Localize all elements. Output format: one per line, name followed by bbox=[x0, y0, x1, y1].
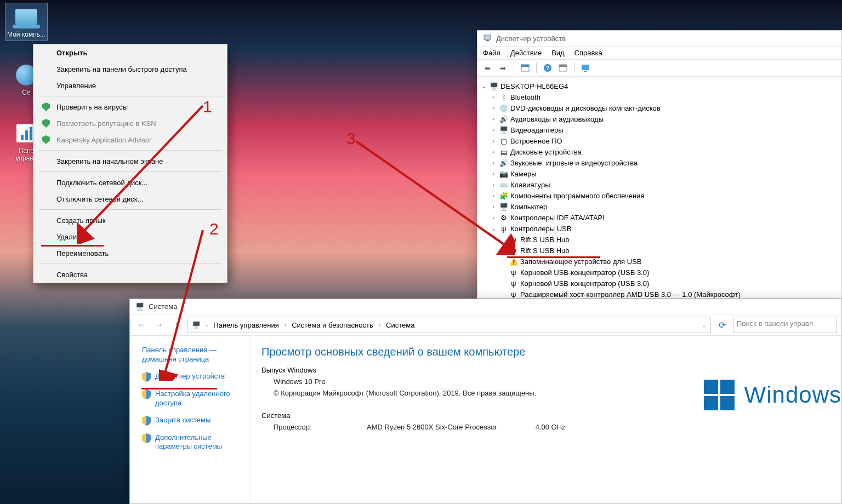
menu-help[interactable]: Справка bbox=[574, 49, 602, 57]
menu-action[interactable]: Действие bbox=[510, 49, 542, 57]
ctx-ksn[interactable]: Посмотреть репутацию в KSN bbox=[33, 115, 227, 131]
ctx-label: Проверить на вирусы bbox=[56, 103, 128, 111]
breadcrumb[interactable]: 🖥️ › Панель управления › Система и безоп… bbox=[187, 317, 711, 333]
shield-icon bbox=[41, 102, 51, 112]
context-menu: Открыть Закрепить на панели быстрого дос… bbox=[33, 44, 227, 283]
edition-value: Windows 10 Pro bbox=[274, 377, 326, 386]
desktop-icon-label: Мой компь... bbox=[7, 31, 45, 38]
toolbar-btn-help[interactable]: ? bbox=[541, 62, 554, 74]
crumb-cp[interactable]: Панель управления bbox=[213, 321, 278, 329]
tree-label: Rift S USB Hub bbox=[520, 236, 570, 244]
tree-cat-bluetooth[interactable]: ›ᛒBluetooth bbox=[480, 91, 839, 102]
ctx-pin-start[interactable]: Закрепить на начальном экране bbox=[33, 153, 227, 169]
chevron-down-icon[interactable]: ⌄ bbox=[702, 322, 706, 328]
tree-cat-ide[interactable]: ›⚙Контроллеры IDE ATA/ATAPI bbox=[480, 212, 839, 223]
svg-rect-9 bbox=[584, 71, 587, 72]
sidebar-label: Защита системы bbox=[155, 416, 210, 425]
windows-logo: Windows bbox=[704, 380, 841, 410]
up-button[interactable]: ↑ bbox=[169, 318, 184, 332]
ctx-map-drive[interactable]: Подключить сетевой диск... bbox=[33, 174, 227, 191]
system-window: 🖥️ Система ← → ↑ 🖥️ › Панель управления … bbox=[129, 299, 842, 504]
tree-label: Компоненты программного обеспечения bbox=[510, 192, 644, 200]
tree-item-rift1[interactable]: ψRift S USB Hub bbox=[480, 234, 839, 245]
tree-item-root1[interactable]: ψКорневой USB-концентратор (USB 3.0) bbox=[480, 267, 839, 278]
tree-label: Rift S USB Hub bbox=[520, 247, 570, 255]
shield-icon bbox=[142, 390, 151, 399]
ctx-properties[interactable]: Свойства bbox=[33, 266, 227, 283]
chevron-right-icon: › bbox=[285, 322, 286, 328]
tree-label: Корневой USB-концентратор (USB 3.0) bbox=[520, 279, 649, 288]
tree-label: Аудиовходы и аудиовыходы bbox=[510, 115, 604, 123]
usb-device-icon: ψ bbox=[509, 268, 518, 277]
keyboard-icon: ⌨️ bbox=[499, 180, 508, 189]
system-icon: 🖥️ bbox=[192, 321, 201, 329]
tree-item-root2[interactable]: ψКорневой USB-концентратор (USB 3.0) bbox=[480, 278, 839, 289]
tree-cat-audio-io[interactable]: ›🔊Аудиовходы и аудиовыходы bbox=[480, 113, 839, 124]
sidebar-remote[interactable]: Настройка удаленного доступа bbox=[142, 390, 240, 408]
desktop-icon-my-computer[interactable]: Мой компь... bbox=[5, 3, 47, 41]
refresh-button[interactable]: ⟳ bbox=[714, 317, 730, 333]
window-title: Диспетчер устройств bbox=[496, 35, 566, 43]
menu-view[interactable]: Вид bbox=[551, 49, 565, 57]
toolbar-btn-panes[interactable] bbox=[519, 62, 532, 74]
annotation-underline bbox=[141, 388, 217, 390]
sidebar-protect[interactable]: Защита системы bbox=[142, 416, 240, 426]
ctx-label: Открыть bbox=[56, 49, 87, 57]
usb-device-icon: ψ bbox=[509, 279, 518, 288]
ctx-pin-quick[interactable]: Закрепить на панели быстрого доступа bbox=[33, 61, 227, 77]
tree-label: Камеры bbox=[510, 170, 537, 178]
chevron-right-icon: › bbox=[206, 322, 208, 328]
sidebar-advanced[interactable]: Дополнительные параметры системы bbox=[142, 433, 240, 452]
tree-cat-dvd[interactable]: ›💿DVD-дисководы и дисководы компакт-диск… bbox=[480, 102, 839, 113]
crumb-sec[interactable]: Система и безопасность bbox=[292, 321, 373, 329]
tree-cat-softcomp[interactable]: ›🧩Компоненты программного обеспечения bbox=[480, 190, 839, 201]
search-input[interactable]: Поиск в панели управл bbox=[733, 317, 837, 333]
sidebar-home-link[interactable]: Панель управления — домашняя страница bbox=[142, 346, 240, 364]
forward-button[interactable]: → bbox=[152, 318, 166, 332]
tree-label: Bluetooth bbox=[510, 93, 541, 101]
ctx-manage[interactable]: Управление bbox=[33, 77, 227, 94]
tree-cat-usb[interactable]: ⌄ψКонтроллеры USB bbox=[480, 223, 839, 234]
tree-item-rift2[interactable]: ψRift S USB Hub bbox=[480, 245, 839, 256]
sidebar-label: Диспетчер устройств bbox=[155, 372, 225, 381]
cpu-freq: 4.00 GHz bbox=[536, 423, 566, 431]
display-icon: 🖥️ bbox=[499, 125, 508, 134]
cpu-label: Процессор: bbox=[274, 423, 356, 431]
forward-button[interactable]: ➡ bbox=[496, 62, 509, 74]
tree-cat-keyboard[interactable]: ›⌨️Клавиатуры bbox=[480, 179, 839, 190]
ctx-open[interactable]: Открыть bbox=[33, 44, 227, 61]
menu-file[interactable]: Файл bbox=[483, 49, 500, 57]
tree-cat-disk[interactable]: ›🖴Дисковые устройства bbox=[480, 146, 839, 157]
ctx-unmap-drive[interactable]: Отключить сетевой диск... bbox=[33, 191, 227, 207]
ctx-label: Закрепить на начальном экране bbox=[56, 157, 163, 165]
window-titlebar[interactable]: Диспетчер устройств bbox=[477, 31, 841, 47]
tree-cat-computer[interactable]: ›🖥️Компьютер bbox=[480, 201, 839, 212]
ctx-rename[interactable]: Переименовать bbox=[33, 245, 227, 261]
tree-cat-video[interactable]: ›🖥️Видеоадаптеры bbox=[480, 124, 839, 135]
component-icon: 🧩 bbox=[499, 191, 508, 200]
tree-cat-sound[interactable]: ›🔊Звуковые, игровые и видеоустройства bbox=[480, 157, 839, 168]
chevron-right-icon: › bbox=[379, 322, 380, 328]
camera-icon: 📷 bbox=[499, 169, 508, 178]
tree-cat-camera[interactable]: ›📷Камеры bbox=[480, 168, 839, 179]
back-button[interactable]: ⬅ bbox=[481, 62, 494, 74]
computer-icon: 🖥️ bbox=[490, 82, 498, 90]
back-button[interactable]: ← bbox=[134, 318, 149, 332]
crumb-sys[interactable]: Система bbox=[386, 321, 414, 329]
window-titlebar[interactable]: 🖥️ Система bbox=[130, 299, 841, 314]
toolbar-btn-scan[interactable] bbox=[556, 62, 570, 74]
tree-item-amd[interactable]: ψРасширяемый хост-контроллер AMD USB 3.0… bbox=[480, 289, 839, 298]
ctx-scan[interactable]: Проверить на вирусы bbox=[33, 99, 227, 115]
tree-root[interactable]: ⌄🖥️DESKTOP-HL66EG4 bbox=[480, 81, 839, 91]
sidebar-device-manager[interactable]: Диспетчер устройств bbox=[142, 372, 240, 382]
ctx-shortcut[interactable]: Создать ярлык bbox=[33, 212, 227, 228]
ctx-label: Свойства bbox=[56, 271, 88, 279]
tree-cat-firmware[interactable]: ›▢Встроенное ПО bbox=[480, 135, 839, 146]
ctx-advisor[interactable]: Kaspersky Application Advisor bbox=[33, 131, 227, 148]
usb-storage-warn-icon: ⚠️ bbox=[509, 257, 518, 266]
tree-label: DVD-дисководы и дисководы компакт-дисков bbox=[510, 104, 661, 112]
ctx-delete[interactable]: Удалить bbox=[33, 228, 227, 245]
device-manager-window: Диспетчер устройств Файл Действие Вид Сп… bbox=[477, 30, 842, 299]
toolbar-btn-monitor[interactable] bbox=[579, 62, 592, 74]
device-tree[interactable]: ⌄🖥️DESKTOP-HL66EG4 ›ᛒBluetooth ›💿DVD-дис… bbox=[477, 77, 841, 298]
